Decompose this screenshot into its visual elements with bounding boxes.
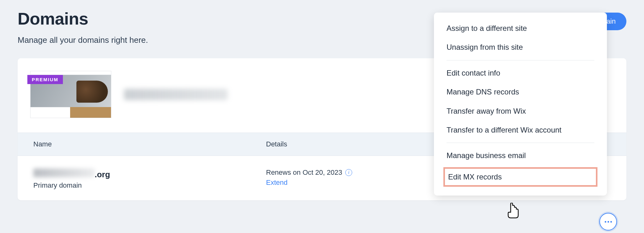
site-thumbnail[interactable]: PREMIUM [30,71,111,118]
menu-edit-mx-highlight: Edit MX records [443,167,597,187]
domain-tld: .org [95,170,110,179]
pointer-cursor-icon [506,203,520,219]
menu-transfer-account[interactable]: Transfer to a different Wix account [434,121,607,139]
domain-name-cell: .org Primary domain [33,168,266,190]
more-actions-button[interactable] [599,213,617,230]
menu-transfer-away[interactable]: Transfer away from Wix [434,102,607,121]
menu-edit-mx[interactable]: Edit MX records [448,172,593,182]
menu-edit-contact[interactable]: Edit contact info [434,64,607,82]
menu-separator [447,60,594,60]
domain-subtitle: Primary domain [33,181,266,190]
menu-separator-2 [447,143,594,143]
domain-actions-menu: Assign to a different site Unassign from… [434,13,607,196]
page-subtitle: Manage all your domains right here. [18,35,148,45]
title-block: Domains Manage all your domains right he… [18,9,148,45]
renew-text: Renews on Oct 20, 2023 [266,168,342,177]
info-icon[interactable]: i [345,169,352,176]
menu-manage-email[interactable]: Manage business email [434,146,607,165]
extend-link[interactable]: Extend [266,179,288,187]
premium-badge: PREMIUM [27,75,63,84]
menu-assign-site[interactable]: Assign to a different site [434,19,607,38]
domain-name-blurred [33,168,95,177]
menu-manage-dns[interactable]: Manage DNS records [434,82,607,101]
col-name-header: Name [33,140,266,148]
page-title: Domains [18,9,148,28]
site-name-blurred [124,89,228,100]
menu-unassign-site[interactable]: Unassign from this site [434,38,607,57]
